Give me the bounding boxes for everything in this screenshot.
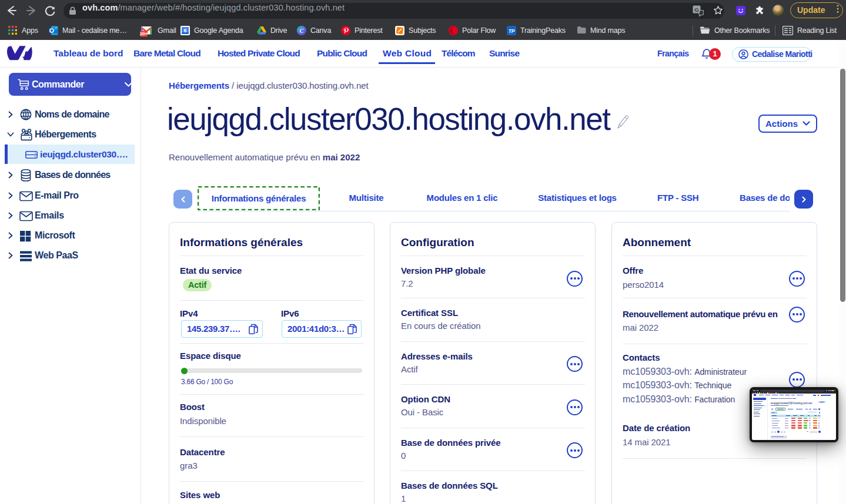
svg-text:TP: TP	[509, 28, 515, 34]
svg-text:6: 6	[184, 28, 187, 33]
svg-text:C: C	[300, 28, 304, 34]
svg-text:20+: 20+	[140, 31, 148, 36]
svg-text:G: G	[694, 6, 698, 13]
